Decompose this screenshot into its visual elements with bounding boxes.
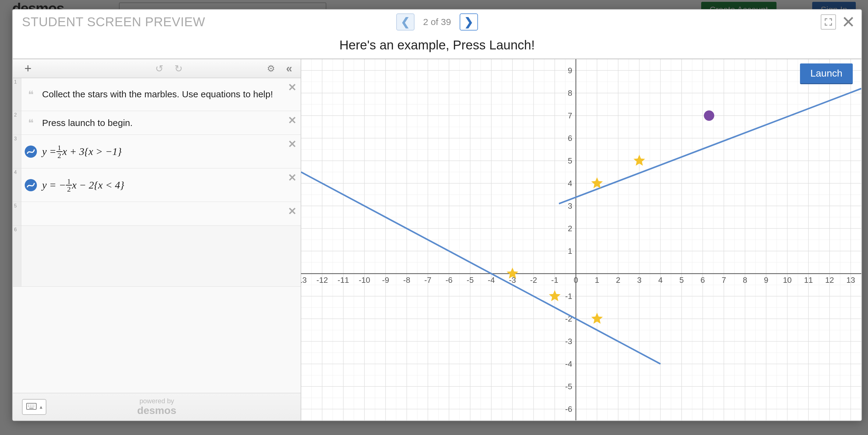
svg-text:-3: -3 — [565, 337, 572, 346]
delete-row-button[interactable]: ✕ — [288, 114, 297, 126]
preview-label: STUDENT SCREEN PREVIEW — [22, 14, 205, 29]
svg-text:8: 8 — [568, 89, 572, 98]
svg-point-143 — [704, 111, 714, 121]
expression-text[interactable]: y = − 12 x − 2{x < 4} — [40, 168, 301, 201]
expression-toolbar: + ↺ ↻ ⚙ « — [13, 59, 301, 78]
svg-text:7: 7 — [568, 111, 572, 120]
next-page-button[interactable]: ❯ — [460, 13, 478, 31]
launch-button[interactable]: Launch — [800, 63, 853, 84]
note-icon: ❝ — [28, 117, 34, 129]
note-text[interactable]: Collect the stars with the marbles. Use … — [40, 78, 301, 111]
svg-text:3: 3 — [568, 201, 572, 211]
svg-text:-7: -7 — [424, 276, 431, 285]
svg-text:4: 4 — [568, 179, 572, 188]
expression-list: 1 ❝ Collect the stars with the marbles. … — [13, 78, 301, 393]
svg-text:3: 3 — [637, 276, 641, 285]
row-index: 1 — [13, 78, 21, 111]
svg-text:-13: -13 — [301, 276, 307, 285]
svg-text:-1: -1 — [565, 291, 572, 301]
svg-text:9: 9 — [764, 276, 768, 285]
fullscreen-button[interactable] — [821, 14, 836, 30]
modal-header: STUDENT SCREEN PREVIEW ❮ 2 of 39 ❯ ✕ — [13, 10, 861, 34]
caret-up-icon: ▴ — [40, 404, 42, 410]
svg-text:-6: -6 — [565, 404, 572, 414]
expression-row[interactable]: 6 — [13, 226, 301, 287]
svg-text:-11: -11 — [338, 276, 349, 285]
powered-by: powered by desmos — [137, 398, 177, 416]
svg-text:5: 5 — [568, 156, 572, 165]
svg-text:7: 7 — [722, 276, 726, 285]
svg-text:12: 12 — [825, 276, 834, 285]
delete-row-button[interactable]: ✕ — [288, 205, 297, 217]
expression-text[interactable]: y = 12 x + 3{x > −1} — [40, 135, 301, 168]
svg-text:8: 8 — [743, 276, 747, 285]
note-text[interactable]: Press launch to begin. — [40, 111, 301, 134]
svg-text:1: 1 — [595, 276, 599, 285]
x-icon: ✕ — [288, 205, 297, 217]
expression-row[interactable]: 4 y = − 12 x − 2{x < 4} ✕ — [13, 168, 301, 202]
svg-text:11: 11 — [804, 276, 813, 285]
svg-text:-10: -10 — [359, 276, 370, 285]
x-icon: ✕ — [288, 172, 297, 183]
row-index: 5 — [13, 202, 21, 225]
settings-button[interactable]: ⚙ — [265, 63, 278, 74]
redo-button[interactable]: ↻ — [172, 63, 185, 74]
keyboard-button[interactable]: ▴ — [22, 399, 46, 415]
svg-text:-4: -4 — [488, 276, 495, 285]
svg-line-142 — [559, 89, 861, 204]
close-icon: ✕ — [841, 13, 855, 31]
chevron-left-icon: ❮ — [401, 15, 410, 28]
expression-graph-icon[interactable] — [25, 146, 37, 158]
expression-row[interactable]: 3 y = 12 x + 3{x > −1} ✕ — [13, 135, 301, 168]
modal-body: + ↺ ↻ ⚙ « 1 ❝ Collect the stars with the… — [13, 59, 861, 421]
row-index: 6 — [13, 226, 21, 286]
add-expression-button[interactable]: + — [19, 62, 37, 75]
svg-text:-2: -2 — [530, 276, 537, 285]
svg-text:-8: -8 — [403, 276, 410, 285]
row-index: 4 — [13, 168, 21, 201]
row-index: 3 — [13, 135, 21, 168]
student-preview-modal: STUDENT SCREEN PREVIEW ❮ 2 of 39 ❯ ✕ Her… — [12, 9, 862, 421]
collapse-panel-button[interactable]: « — [284, 62, 294, 75]
delete-row-button[interactable]: ✕ — [288, 81, 297, 93]
row-index: 2 — [13, 111, 21, 134]
note-icon: ❝ — [28, 89, 34, 101]
svg-text:6: 6 — [701, 276, 705, 285]
svg-text:2: 2 — [616, 276, 620, 285]
svg-text:-4: -4 — [565, 359, 572, 369]
svg-text:-12: -12 — [317, 276, 328, 285]
panel-footer: ▴ powered by desmos — [13, 393, 301, 421]
svg-text:0: 0 — [574, 276, 578, 285]
svg-text:-1: -1 — [551, 276, 558, 285]
svg-text:13: 13 — [846, 276, 855, 285]
undo-button[interactable]: ↺ — [153, 63, 166, 74]
svg-text:2: 2 — [568, 224, 572, 233]
expand-icon — [824, 18, 833, 26]
svg-text:6: 6 — [568, 134, 572, 143]
prev-page-button[interactable]: ❮ — [396, 13, 414, 31]
svg-text:10: 10 — [783, 276, 792, 285]
graph-canvas[interactable]: -13-12-11-10-9-8-7-6-5-4-3-2-10123456789… — [301, 59, 861, 421]
svg-text:1: 1 — [568, 247, 572, 256]
svg-text:9: 9 — [568, 66, 572, 75]
keyboard-icon — [26, 403, 37, 411]
delete-row-button[interactable]: ✕ — [288, 172, 297, 184]
expression-panel: + ↺ ↻ ⚙ « 1 ❝ Collect the stars with the… — [13, 59, 301, 421]
expression-text[interactable] — [40, 202, 301, 225]
pager: ❮ 2 of 39 ❯ — [396, 13, 478, 31]
delete-row-button[interactable]: ✕ — [288, 138, 297, 150]
svg-text:4: 4 — [658, 276, 662, 285]
expression-row[interactable]: 5 ✕ — [13, 202, 301, 226]
svg-text:-6: -6 — [445, 276, 453, 285]
x-icon: ✕ — [288, 138, 297, 150]
page-counter: 2 of 39 — [423, 17, 451, 27]
gear-icon: ⚙ — [267, 63, 275, 73]
activity-title: Here's an example, Press Launch! — [13, 34, 861, 59]
graph-panel[interactable]: Launch -13-12-11-10-9-8-7-6-5-4-3-2-1012… — [301, 59, 861, 421]
close-button[interactable]: ✕ — [841, 14, 855, 30]
expression-row[interactable]: 1 ❝ Collect the stars with the marbles. … — [13, 78, 301, 111]
expression-row[interactable]: 2 ❝ Press launch to begin. ✕ — [13, 111, 301, 135]
svg-text:5: 5 — [680, 276, 684, 285]
expression-graph-icon[interactable] — [25, 179, 37, 191]
x-icon: ✕ — [288, 114, 297, 126]
